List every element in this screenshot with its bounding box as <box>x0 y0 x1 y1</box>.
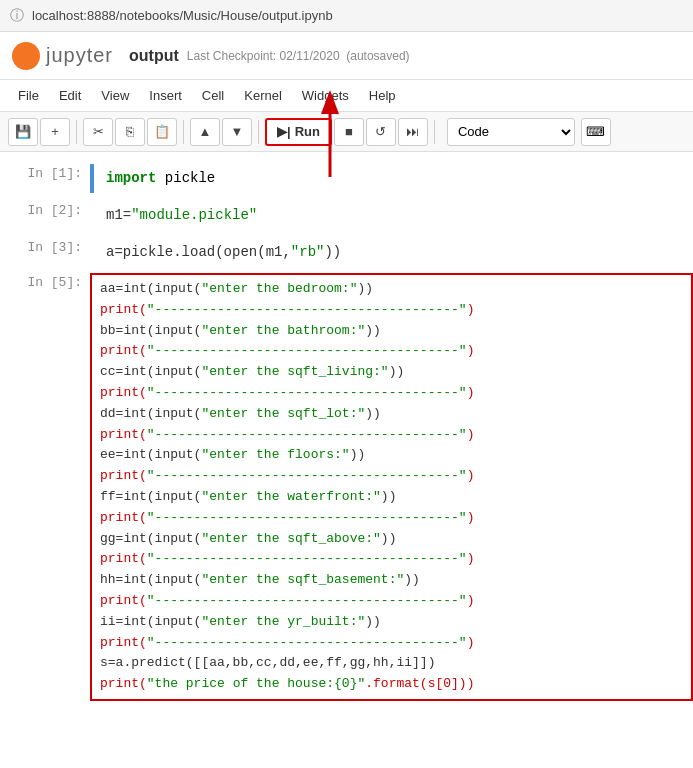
cut-button[interactable]: ✂ <box>83 118 113 146</box>
menu-view[interactable]: View <box>91 84 139 107</box>
stop-button[interactable]: ■ <box>334 118 364 146</box>
menu-file[interactable]: File <box>8 84 49 107</box>
line-20: print("the price of the house:{0}".forma… <box>100 674 683 695</box>
cell-5-content[interactable]: aa=int(input("enter the bedroom:")) prin… <box>90 273 693 701</box>
menu-cell[interactable]: Cell <box>192 84 234 107</box>
fast-forward-button[interactable]: ⏭ <box>398 118 428 146</box>
info-icon: ⓘ <box>10 7 24 25</box>
cell-1: In [1]: import pickle <box>0 162 693 195</box>
line-17: ii=int(input("enter the yr_built:")) <box>100 612 683 633</box>
restart-button[interactable]: ↺ <box>366 118 396 146</box>
line-1: aa=int(input("enter the bedroom:")) <box>100 279 683 300</box>
cell-3-content[interactable]: a=pickle.load(open(m1,"rb")) <box>98 238 693 267</box>
cell-3: In [3]: a=pickle.load(open(m1,"rb")) <box>0 236 693 269</box>
copy-button[interactable]: ⎘ <box>115 118 145 146</box>
jupyter-logo-circle <box>12 42 40 70</box>
line-4: print("---------------------------------… <box>100 341 683 362</box>
line-9: ee=int(input("enter the floors:")) <box>100 445 683 466</box>
toolbar: 💾 + ✂ ⎘ 📋 ▲ ▼ ▶| Run ■ ↺ ⏭ Code Markdown… <box>0 112 693 152</box>
line-19: s=a.predict([[aa,bb,cc,dd,ee,ff,gg,hh,ii… <box>100 653 683 674</box>
line-11: ff=int(input("enter the waterfront:")) <box>100 487 683 508</box>
a-assign: a=pickle.load(open(m1, <box>106 244 291 260</box>
cell-type-select[interactable]: Code Markdown Raw NBConvert <box>447 118 575 146</box>
pickle-module: pickle <box>165 170 215 186</box>
cell-2: In [2]: m1="module.pickle" <box>0 199 693 232</box>
cell-3-number: In [3]: <box>0 238 90 255</box>
cell-2-number: In [2]: <box>0 201 90 218</box>
import-keyword: import <box>106 170 156 186</box>
run-button[interactable]: ▶| Run <box>265 118 332 146</box>
line-12: print("---------------------------------… <box>100 508 683 529</box>
cell-2-content[interactable]: m1="module.pickle" <box>98 201 693 230</box>
move-down-button[interactable]: ▼ <box>222 118 252 146</box>
close-paren: )) <box>324 244 341 260</box>
keyboard-button[interactable]: ⌨ <box>581 118 611 146</box>
separator-1 <box>76 120 77 144</box>
line-15: hh=int(input("enter the sqft_basement:")… <box>100 570 683 591</box>
jupyter-logo-text: jupyter <box>46 44 113 67</box>
m1-value: "module.pickle" <box>131 207 257 223</box>
menu-widgets[interactable]: Widgets <box>292 84 359 107</box>
cell-1-border <box>90 164 94 193</box>
line-16: print("---------------------------------… <box>100 591 683 612</box>
save-button[interactable]: 💾 <box>8 118 38 146</box>
menu-kernel[interactable]: Kernel <box>234 84 292 107</box>
cell-5: In [5]: aa=int(input("enter the bedroom:… <box>0 273 693 701</box>
run-label: Run <box>295 124 320 139</box>
cell-1-number: In [1]: <box>0 164 90 181</box>
line-7: dd=int(input("enter the sqft_lot:")) <box>100 404 683 425</box>
line-14: print("---------------------------------… <box>100 549 683 570</box>
menu-bar: File Edit View Insert Cell Kernel Widget… <box>0 80 693 112</box>
checkpoint-info: Last Checkpoint: 02/11/2020 (autosaved) <box>187 49 410 63</box>
line-2: print("---------------------------------… <box>100 300 683 321</box>
jupyter-header: jupyter output Last Checkpoint: 02/11/20… <box>0 32 693 80</box>
line-10: print("---------------------------------… <box>100 466 683 487</box>
url-text: localhost:8888/notebooks/Music/House/out… <box>32 8 333 23</box>
cell-1-content[interactable]: import pickle <box>98 164 693 193</box>
line-8: print("---------------------------------… <box>100 425 683 446</box>
separator-2 <box>183 120 184 144</box>
line-3: bb=int(input("enter the bathroom:")) <box>100 321 683 342</box>
line-13: gg=int(input("enter the sqft_above:")) <box>100 529 683 550</box>
menu-help[interactable]: Help <box>359 84 406 107</box>
cell-5-number: In [5]: <box>0 273 90 290</box>
add-cell-button[interactable]: + <box>40 118 70 146</box>
address-bar: ⓘ localhost:8888/notebooks/Music/House/o… <box>0 0 693 32</box>
cells-area: In [1]: import pickle In [2]: m1="module… <box>0 152 693 715</box>
menu-insert[interactable]: Insert <box>139 84 192 107</box>
jupyter-logo: jupyter <box>12 42 113 70</box>
line-18: print("---------------------------------… <box>100 633 683 654</box>
run-icon: ▶| <box>277 124 291 139</box>
notebook-title[interactable]: output <box>129 47 179 65</box>
separator-4 <box>434 120 435 144</box>
separator-3 <box>258 120 259 144</box>
m1-var: m1= <box>106 207 131 223</box>
move-up-button[interactable]: ▲ <box>190 118 220 146</box>
line-5: cc=int(input("enter the sqft_living:")) <box>100 362 683 383</box>
line-6: print("---------------------------------… <box>100 383 683 404</box>
rb-str: "rb" <box>291 244 325 260</box>
paste-button[interactable]: 📋 <box>147 118 177 146</box>
menu-edit[interactable]: Edit <box>49 84 91 107</box>
